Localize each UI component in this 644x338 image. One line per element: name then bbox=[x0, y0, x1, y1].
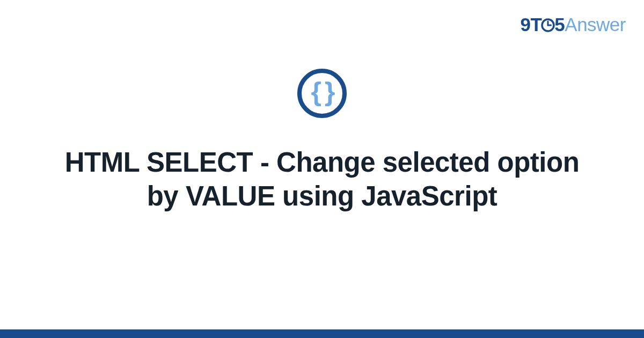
page-title: HTML SELECT - Change selected option by … bbox=[48, 146, 596, 213]
code-braces-icon: { } bbox=[311, 78, 333, 105]
logo-part-5: 5 bbox=[554, 14, 565, 35]
clock-icon bbox=[540, 16, 555, 37]
site-logo: 9T5Answer bbox=[520, 14, 626, 37]
logo-part-answer: Answer bbox=[565, 14, 626, 35]
footer-bar bbox=[0, 329, 644, 338]
category-badge: { } bbox=[297, 69, 347, 118]
content-area: { } HTML SELECT - Change selected option… bbox=[0, 69, 644, 213]
logo-part-t: T bbox=[530, 14, 541, 35]
logo-part-9: 9 bbox=[520, 14, 530, 35]
